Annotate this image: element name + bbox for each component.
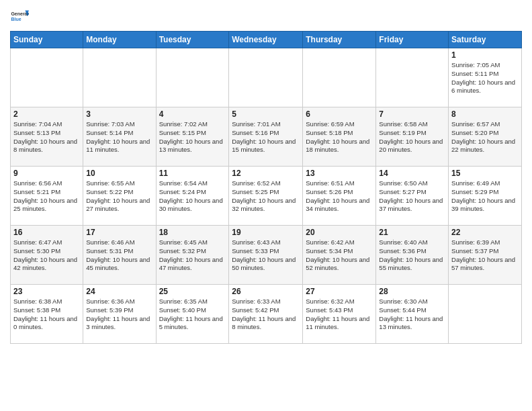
calendar-header-row: SundayMondayTuesdayWednesdayThursdayFrid… xyxy=(11,32,522,48)
day-info: Sunrise: 7:05 AM Sunset: 5:11 PM Dayligh… xyxy=(451,61,519,95)
calendar-cell: 22Sunrise: 6:39 AM Sunset: 5:37 PM Dayli… xyxy=(449,226,522,285)
day-info: Sunrise: 6:43 AM Sunset: 5:33 PM Dayligh… xyxy=(232,238,300,273)
day-info: Sunrise: 6:36 AM Sunset: 5:39 PM Dayligh… xyxy=(86,298,152,332)
day-info: Sunrise: 6:55 AM Sunset: 5:22 PM Dayligh… xyxy=(86,179,152,214)
calendar-cell: 4Sunrise: 7:02 AM Sunset: 5:15 PM Daylig… xyxy=(156,107,229,167)
day-info: Sunrise: 6:35 AM Sunset: 5:40 PM Dayligh… xyxy=(159,298,226,332)
day-info: Sunrise: 6:56 AM Sunset: 5:21 PM Dayligh… xyxy=(13,179,80,214)
calendar-table: SundayMondayTuesdayWednesdayThursdayFrid… xyxy=(10,31,522,344)
day-number: 24 xyxy=(86,287,152,296)
calendar-day-header: Tuesday xyxy=(156,32,229,48)
day-number: 8 xyxy=(451,109,519,119)
day-number: 6 xyxy=(306,109,373,119)
calendar-cell: 10Sunrise: 6:55 AM Sunset: 5:22 PM Dayli… xyxy=(83,167,156,226)
day-number: 18 xyxy=(159,228,226,237)
svg-rect-0 xyxy=(10,7,29,26)
day-number: 25 xyxy=(159,287,226,296)
day-number: 11 xyxy=(159,169,226,178)
day-number: 12 xyxy=(232,169,300,178)
day-info: Sunrise: 7:02 AM Sunset: 5:15 PM Dayligh… xyxy=(159,120,226,154)
logo-icon: General Blue xyxy=(10,7,29,26)
calendar-cell: 26Sunrise: 6:33 AM Sunset: 5:42 PM Dayli… xyxy=(229,285,303,344)
day-info: Sunrise: 6:50 AM Sunset: 5:27 PM Dayligh… xyxy=(379,179,445,214)
calendar-cell: 5Sunrise: 7:01 AM Sunset: 5:16 PM Daylig… xyxy=(229,107,303,167)
day-number: 1 xyxy=(451,50,519,60)
calendar-cell xyxy=(83,48,156,107)
day-number: 2 xyxy=(13,109,80,119)
calendar-cell: 8Sunrise: 6:57 AM Sunset: 5:20 PM Daylig… xyxy=(449,107,522,167)
day-info: Sunrise: 6:46 AM Sunset: 5:31 PM Dayligh… xyxy=(86,238,152,273)
day-info: Sunrise: 6:54 AM Sunset: 5:24 PM Dayligh… xyxy=(159,179,226,214)
page-header: General Blue xyxy=(10,7,522,26)
day-info: Sunrise: 6:30 AM Sunset: 5:44 PM Dayligh… xyxy=(379,298,445,332)
day-number: 17 xyxy=(86,228,152,237)
day-number: 27 xyxy=(306,287,373,296)
day-info: Sunrise: 6:49 AM Sunset: 5:29 PM Dayligh… xyxy=(451,179,519,214)
day-number: 15 xyxy=(451,169,519,178)
day-info: Sunrise: 6:39 AM Sunset: 5:37 PM Dayligh… xyxy=(451,238,519,273)
calendar-day-header: Friday xyxy=(376,32,449,48)
day-info: Sunrise: 6:42 AM Sunset: 5:34 PM Dayligh… xyxy=(306,238,373,273)
day-info: Sunrise: 6:57 AM Sunset: 5:20 PM Dayligh… xyxy=(451,120,519,154)
day-info: Sunrise: 6:33 AM Sunset: 5:42 PM Dayligh… xyxy=(232,298,300,332)
day-info: Sunrise: 6:59 AM Sunset: 5:18 PM Dayligh… xyxy=(306,120,373,154)
calendar-day-header: Monday xyxy=(83,32,156,48)
calendar-cell: 24Sunrise: 6:36 AM Sunset: 5:39 PM Dayli… xyxy=(83,285,156,344)
calendar-day-header: Saturday xyxy=(449,32,522,48)
calendar-cell: 17Sunrise: 6:46 AM Sunset: 5:31 PM Dayli… xyxy=(83,226,156,285)
day-number: 16 xyxy=(13,228,80,237)
day-number: 3 xyxy=(86,109,152,119)
day-number: 5 xyxy=(232,109,300,119)
day-number: 21 xyxy=(379,228,445,237)
calendar-cell: 28Sunrise: 6:30 AM Sunset: 5:44 PM Dayli… xyxy=(376,285,449,344)
day-info: Sunrise: 7:01 AM Sunset: 5:16 PM Dayligh… xyxy=(232,120,300,154)
day-info: Sunrise: 6:47 AM Sunset: 5:30 PM Dayligh… xyxy=(13,238,80,273)
calendar-cell: 27Sunrise: 6:32 AM Sunset: 5:43 PM Dayli… xyxy=(303,285,376,344)
calendar-cell: 25Sunrise: 6:35 AM Sunset: 5:40 PM Dayli… xyxy=(156,285,229,344)
calendar-cell: 21Sunrise: 6:40 AM Sunset: 5:36 PM Dayli… xyxy=(376,226,449,285)
logo: General Blue xyxy=(10,7,29,26)
calendar-week-row: 1Sunrise: 7:05 AM Sunset: 5:11 PM Daylig… xyxy=(11,48,522,107)
calendar-cell xyxy=(376,48,449,107)
calendar-cell: 9Sunrise: 6:56 AM Sunset: 5:21 PM Daylig… xyxy=(11,167,83,226)
calendar-cell xyxy=(449,285,522,344)
day-number: 9 xyxy=(13,169,80,178)
day-number: 26 xyxy=(232,287,300,296)
calendar-cell: 11Sunrise: 6:54 AM Sunset: 5:24 PM Dayli… xyxy=(156,167,229,226)
calendar-cell: 12Sunrise: 6:52 AM Sunset: 5:25 PM Dayli… xyxy=(229,167,303,226)
day-number: 22 xyxy=(451,228,519,237)
day-info: Sunrise: 6:58 AM Sunset: 5:19 PM Dayligh… xyxy=(379,120,445,154)
calendar-cell: 15Sunrise: 6:49 AM Sunset: 5:29 PM Dayli… xyxy=(449,167,522,226)
calendar-week-row: 9Sunrise: 6:56 AM Sunset: 5:21 PM Daylig… xyxy=(11,167,522,226)
calendar-day-header: Thursday xyxy=(303,32,376,48)
day-number: 7 xyxy=(379,109,445,119)
svg-text:Blue: Blue xyxy=(11,17,21,21)
calendar-cell: 6Sunrise: 6:59 AM Sunset: 5:18 PM Daylig… xyxy=(303,107,376,167)
day-info: Sunrise: 6:52 AM Sunset: 5:25 PM Dayligh… xyxy=(232,179,300,214)
day-number: 19 xyxy=(232,228,300,237)
day-info: Sunrise: 6:32 AM Sunset: 5:43 PM Dayligh… xyxy=(306,298,373,332)
calendar-day-header: Sunday xyxy=(11,32,83,48)
calendar-cell xyxy=(303,48,376,107)
day-number: 13 xyxy=(306,169,373,178)
day-info: Sunrise: 6:51 AM Sunset: 5:26 PM Dayligh… xyxy=(306,179,373,214)
day-number: 20 xyxy=(306,228,373,237)
day-number: 10 xyxy=(86,169,152,178)
calendar-cell: 18Sunrise: 6:45 AM Sunset: 5:32 PM Dayli… xyxy=(156,226,229,285)
day-info: Sunrise: 6:38 AM Sunset: 5:38 PM Dayligh… xyxy=(13,298,80,332)
calendar-cell: 7Sunrise: 6:58 AM Sunset: 5:19 PM Daylig… xyxy=(376,107,449,167)
calendar-cell: 13Sunrise: 6:51 AM Sunset: 5:26 PM Dayli… xyxy=(303,167,376,226)
calendar-week-row: 16Sunrise: 6:47 AM Sunset: 5:30 PM Dayli… xyxy=(11,226,522,285)
calendar-cell xyxy=(229,48,303,107)
calendar-cell: 2Sunrise: 7:04 AM Sunset: 5:13 PM Daylig… xyxy=(11,107,83,167)
calendar-cell: 23Sunrise: 6:38 AM Sunset: 5:38 PM Dayli… xyxy=(11,285,83,344)
page-container: General Blue SundayMondayTuesdayWednesda… xyxy=(0,0,532,411)
day-number: 14 xyxy=(379,169,445,178)
calendar-week-row: 23Sunrise: 6:38 AM Sunset: 5:38 PM Dayli… xyxy=(11,285,522,344)
day-info: Sunrise: 7:04 AM Sunset: 5:13 PM Dayligh… xyxy=(13,120,80,154)
day-info: Sunrise: 6:40 AM Sunset: 5:36 PM Dayligh… xyxy=(379,238,445,273)
calendar-cell: 1Sunrise: 7:05 AM Sunset: 5:11 PM Daylig… xyxy=(449,48,522,107)
calendar-cell: 14Sunrise: 6:50 AM Sunset: 5:27 PM Dayli… xyxy=(376,167,449,226)
calendar-cell: 19Sunrise: 6:43 AM Sunset: 5:33 PM Dayli… xyxy=(229,226,303,285)
calendar-cell: 3Sunrise: 7:03 AM Sunset: 5:14 PM Daylig… xyxy=(83,107,156,167)
